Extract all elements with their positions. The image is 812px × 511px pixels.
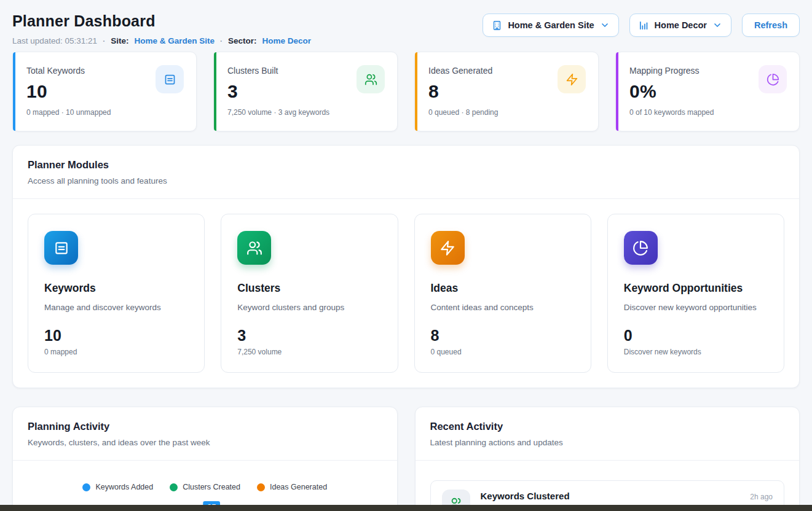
panel-title: Planning Activity <box>28 421 382 432</box>
panel-title: Recent Activity <box>430 421 785 432</box>
sector-label: Sector: <box>228 36 257 45</box>
legend-item-keywords-added[interactable]: Keywords Added <box>82 483 153 491</box>
chart-legend: Keywords Added Clusters Created Ideas Ge… <box>13 483 397 491</box>
module-value: 10 <box>44 327 188 345</box>
site-selector-dropdown[interactable]: Home & Garden Site <box>483 14 618 37</box>
building-icon <box>492 20 502 31</box>
module-title: Ideas <box>431 282 575 295</box>
sector-selector-value: Home Decor <box>655 20 707 30</box>
stat-card-mapping-progress: Mapping Progress 0% 0 of 10 keywords map… <box>615 52 800 131</box>
stat-card-ideas-generated: Ideas Generated 8 0 queued · 8 pending <box>414 52 599 131</box>
meta-separator: · <box>220 37 223 45</box>
stat-accent-bar <box>13 52 15 131</box>
legend-item-clusters-created[interactable]: Clusters Created <box>170 483 240 491</box>
stat-caption: 7,250 volume · 3 avg keywords <box>227 108 384 117</box>
planner-modules-panel: Planner Modules Access all planning tool… <box>12 145 800 388</box>
module-card-keyword-opportunities[interactable]: Keyword Opportunities Discover new keywo… <box>607 214 784 373</box>
users-icon <box>357 65 385 93</box>
stat-card-clusters-built: Clusters Built 3 7,250 volume · 3 avg ke… <box>213 52 398 131</box>
page-header: Planner Dashboard Last updated: 05:31:21… <box>12 9 800 45</box>
zap-icon <box>558 65 586 93</box>
legend-dot-icon <box>82 483 90 491</box>
module-description: Discover new keyword opportunities <box>624 303 768 312</box>
zap-icon <box>431 231 465 265</box>
planner-dashboard-page: Planner Dashboard Last updated: 05:31:21… <box>0 0 812 511</box>
panel-subtitle: Access all planning tools and features <box>28 176 784 185</box>
users-icon <box>237 231 271 265</box>
sector-link[interactable]: Home Decor <box>262 36 311 45</box>
bottom-dark-band <box>0 505 812 511</box>
module-title: Clusters <box>237 282 381 295</box>
header-controls: Home & Garden Site Home Decor <box>483 14 800 37</box>
stat-accent-bar <box>214 52 216 131</box>
site-link[interactable]: Home & Garden Site <box>134 36 215 45</box>
legend-item-ideas-generated[interactable]: Ideas Generated <box>257 483 327 491</box>
recent-activity-list: Keywords Clustered 2h ago 3 new clusters… <box>416 461 800 511</box>
module-caption: 7,250 volume <box>237 348 381 356</box>
modules-grid: Keywords Manage and discover keywords 10… <box>13 199 799 388</box>
module-caption: 0 queued <box>431 348 575 356</box>
legend-dot-icon <box>257 483 265 491</box>
module-card-clusters[interactable]: Clusters Keyword clusters and groups 3 7… <box>221 214 398 373</box>
planning-activity-panel: Planning Activity Keywords, clusters, an… <box>12 407 398 511</box>
page-title: Planner Dashboard <box>12 12 311 30</box>
module-caption: Discover new keywords <box>624 348 768 356</box>
document-icon <box>156 65 184 93</box>
panel-subtitle: Keywords, clusters, and ideas over the p… <box>28 438 382 447</box>
recent-activity-panel: Recent Activity Latest planning actions … <box>415 407 800 511</box>
pie-chart-icon <box>624 231 658 265</box>
panel-subtitle: Latest planning actions and updates <box>430 438 785 447</box>
header-meta: Last updated: 05:31:21 · Site: Home & Ga… <box>12 36 311 45</box>
stat-accent-bar <box>616 52 618 131</box>
divider <box>13 460 397 461</box>
module-caption: 0 mapped <box>44 348 188 356</box>
planner-modules-header: Planner Modules Access all planning tool… <box>13 146 799 198</box>
bottom-row: Planning Activity Keywords, clusters, an… <box>12 407 800 511</box>
refresh-button[interactable]: Refresh <box>742 14 800 37</box>
chevron-down-icon <box>600 20 610 30</box>
recent-activity-header: Recent Activity Latest planning actions … <box>416 407 800 460</box>
stat-caption: 0 queued · 8 pending <box>428 108 585 117</box>
legend-label: Ideas Generated <box>270 483 327 491</box>
stat-caption: 0 mapped · 10 unmapped <box>26 108 183 117</box>
module-title: Keyword Opportunities <box>624 282 768 295</box>
module-description: Content ideas and concepts <box>431 303 575 312</box>
legend-label: Keywords Added <box>95 483 153 491</box>
activity-timestamp: 2h ago <box>750 493 773 501</box>
pie-chart-icon <box>759 65 787 93</box>
module-description: Keyword clusters and groups <box>237 303 381 312</box>
stat-caption: 0 of 10 keywords mapped <box>629 108 786 117</box>
meta-separator: · <box>103 37 105 45</box>
last-updated-text: Last updated: 05:31:21 <box>12 36 97 45</box>
site-selector-value: Home & Garden Site <box>508 20 594 30</box>
module-title: Keywords <box>44 282 188 295</box>
module-value: 0 <box>624 327 768 345</box>
module-value: 3 <box>237 327 381 345</box>
document-icon <box>44 231 78 265</box>
module-description: Manage and discover keywords <box>44 303 188 312</box>
sector-selector-dropdown[interactable]: Home Decor <box>629 14 731 37</box>
site-label: Site: <box>111 36 128 45</box>
bar-chart-icon <box>639 20 649 31</box>
module-card-keywords[interactable]: Keywords Manage and discover keywords 10… <box>28 214 205 373</box>
stats-row: Total Keywords 10 0 mapped · 10 unmapped… <box>12 52 800 131</box>
activity-title: Keywords Clustered <box>481 491 570 501</box>
legend-label: Clusters Created <box>183 483 240 491</box>
panel-title: Planner Modules <box>28 159 784 171</box>
chevron-down-icon <box>712 20 722 30</box>
stat-accent-bar <box>415 52 417 131</box>
legend-dot-icon <box>170 483 178 491</box>
stat-card-total-keywords: Total Keywords 10 0 mapped · 10 unmapped <box>12 52 197 131</box>
module-card-ideas[interactable]: Ideas Content ideas and concepts 8 0 que… <box>414 214 591 373</box>
planning-activity-header: Planning Activity Keywords, clusters, an… <box>13 407 397 460</box>
module-value: 8 <box>431 327 575 345</box>
header-left: Planner Dashboard Last updated: 05:31:21… <box>12 9 311 45</box>
